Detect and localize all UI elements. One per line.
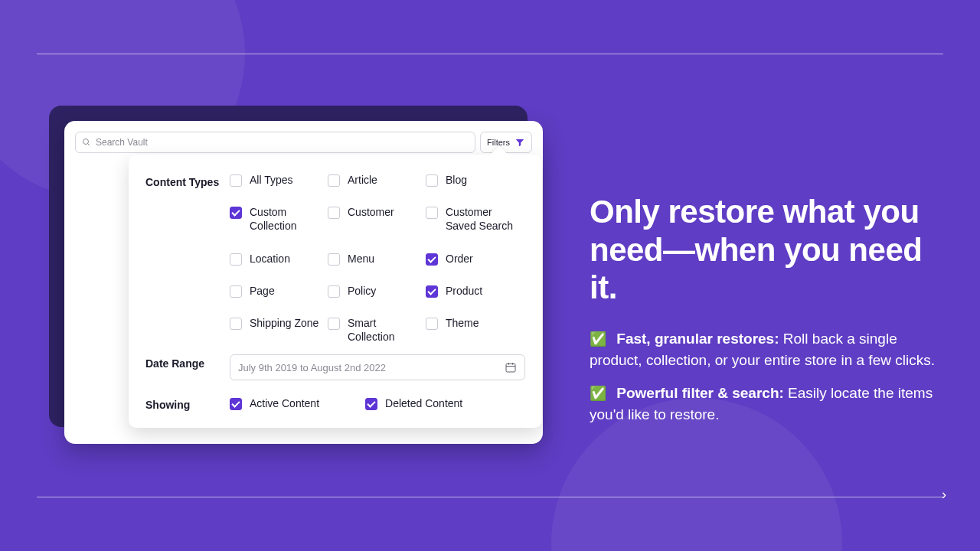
checkbox-icon	[230, 174, 242, 187]
check-icon: ✅	[590, 331, 606, 347]
bullet-strong: Fast, granular restores:	[612, 331, 779, 347]
content-type-label: Theme	[446, 316, 479, 330]
content-type-checkbox[interactable]: Article	[328, 173, 426, 187]
checkbox-icon	[426, 207, 438, 219]
filter-icon	[514, 137, 525, 148]
checkbox-icon	[328, 207, 340, 219]
content-type-label: Order	[446, 252, 473, 266]
showing-label: Showing	[145, 396, 230, 411]
search-input[interactable]: Search Vault	[75, 132, 475, 153]
content-type-label: Customer Saved Search	[446, 205, 524, 233]
showing-row: Active ContentDeleted Content	[230, 396, 462, 411]
content-type-label: Customer	[348, 205, 394, 219]
content-type-checkbox[interactable]: Location	[230, 252, 328, 266]
search-icon	[82, 138, 91, 147]
checkbox-icon	[426, 174, 438, 187]
content-types-label: Content Types	[145, 173, 230, 344]
content-types-grid: All TypesArticleBlogCustom CollectionCus…	[230, 173, 524, 344]
checkbox-icon	[230, 253, 242, 266]
checkbox-icon	[230, 285, 242, 298]
date-range-input[interactable]: July 9th 2019 to August 2nd 2022	[230, 354, 525, 380]
svg-point-0	[83, 139, 89, 145]
checkbox-icon	[426, 253, 438, 266]
date-range-section: Date Range July 9th 2019 to August 2nd 2…	[145, 354, 525, 380]
content-type-label: Custom Collection	[250, 205, 328, 233]
content-types-section: Content Types All TypesArticleBlogCustom…	[145, 173, 525, 344]
content-type-checkbox[interactable]: Smart Collection	[328, 316, 426, 344]
checkbox-icon	[230, 398, 242, 410]
showing-checkbox[interactable]: Active Content	[230, 396, 319, 411]
content-type-checkbox[interactable]: Custom Collection	[230, 205, 328, 233]
bullet-item: ✅ Powerful filter & search: Easily locat…	[590, 383, 942, 426]
filters-button[interactable]: Filters	[480, 132, 532, 153]
content-type-checkbox[interactable]: Order	[426, 252, 524, 266]
content-type-checkbox[interactable]: Policy	[328, 284, 426, 298]
content-type-label: Shipping Zone	[250, 316, 318, 330]
marketing-copy: Only restore what you need—when you need…	[590, 193, 942, 437]
check-icon: ✅	[590, 386, 606, 401]
divider-top	[37, 54, 943, 54]
divider-bottom	[37, 497, 943, 497]
content-type-checkbox[interactable]: Page	[230, 284, 328, 298]
content-type-checkbox[interactable]: Shipping Zone	[230, 316, 328, 344]
checkbox-icon	[328, 253, 340, 266]
search-row: Search Vault Filters	[75, 132, 532, 153]
bullet-item: ✅ Fast, granular restores: Roll back a s…	[590, 328, 942, 372]
content-type-label: Page	[250, 284, 275, 298]
content-type-label: Location	[250, 252, 290, 266]
svg-rect-2	[506, 364, 515, 373]
date-range-value: July 9th 2019 to August 2nd 2022	[238, 362, 386, 373]
headline: Only restore what you need—when you need…	[590, 193, 942, 307]
checkbox-icon	[230, 207, 242, 219]
content-type-label: All Types	[250, 173, 293, 187]
showing-label-text: Active Content	[250, 397, 319, 409]
content-type-label: Policy	[348, 284, 376, 298]
content-type-checkbox[interactable]: Customer Saved Search	[426, 205, 524, 233]
showing-label-text: Deleted Content	[385, 397, 462, 409]
content-type-checkbox[interactable]: Menu	[328, 252, 426, 266]
bullet-strong: Powerful filter & search:	[612, 385, 784, 401]
showing-section: Showing Active ContentDeleted Content	[145, 396, 525, 411]
content-type-label: Product	[446, 284, 482, 298]
showing-checkbox[interactable]: Deleted Content	[365, 396, 462, 411]
checkbox-icon	[426, 285, 438, 298]
content-type-checkbox[interactable]: Customer	[328, 205, 426, 233]
svg-line-1	[88, 144, 90, 146]
checkbox-icon	[365, 398, 377, 410]
content-type-label: Article	[348, 173, 377, 187]
content-type-label: Menu	[348, 252, 374, 266]
checkbox-icon	[426, 318, 438, 330]
filters-popover: Content Types All TypesArticleBlogCustom…	[129, 155, 542, 428]
checkbox-icon	[328, 318, 340, 330]
content-type-label: Smart Collection	[348, 316, 426, 344]
search-placeholder: Search Vault	[96, 137, 148, 148]
date-range-label: Date Range	[145, 354, 230, 380]
content-type-checkbox[interactable]: Theme	[426, 316, 524, 344]
checkbox-icon	[328, 285, 340, 298]
checkbox-icon	[328, 174, 340, 187]
content-type-checkbox[interactable]: Product	[426, 284, 524, 298]
checkbox-icon	[230, 318, 242, 330]
content-type-checkbox[interactable]: All Types	[230, 173, 328, 187]
arrow-right-icon: ›	[942, 487, 946, 503]
content-type-label: Blog	[446, 173, 467, 187]
calendar-icon	[505, 361, 517, 373]
content-type-checkbox[interactable]: Blog	[426, 173, 524, 187]
